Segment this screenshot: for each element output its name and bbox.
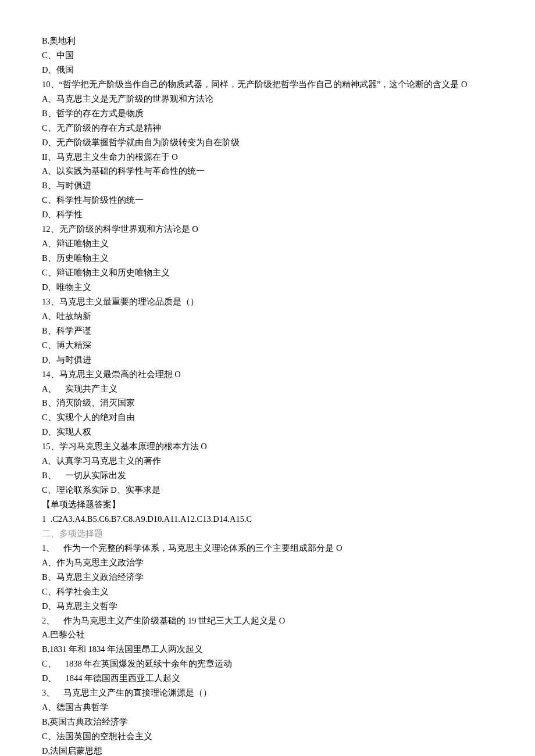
text-line: 二、多项选择题 (42, 526, 493, 541)
text-line: C、科学社会主义 (42, 585, 493, 599)
text-line: A、辩证唯物主义 (42, 237, 493, 251)
document-page: B.奥地利C、中国D、俄国10、“哲学把无产阶级当作自己的物质武器，同样，无产阶… (0, 0, 535, 756)
text-line: C、法国英国的空想社会主义 (42, 729, 493, 744)
text-line: B、哲学的存在方式是物质 (42, 106, 493, 121)
text-line: 1、 作为一个完整的科学体系，马克思主义理论体系的三个主要组成部分是 O (42, 541, 493, 556)
text-line: D、与时俱进 (42, 353, 493, 367)
text-line: A、马克思主义是无产阶级的世界观和方法论 (42, 92, 493, 106)
text-line: B,英国古典政治经济学 (42, 715, 493, 729)
text-line: II、马克思主义生命力的根源在于 O (42, 150, 493, 164)
text-line: D、俄国 (42, 63, 493, 77)
text-line: A、 实现共产主义 (42, 382, 493, 396)
text-line: C、无产阶级的存在方式是精神 (42, 121, 493, 135)
text-line: B、 一切从实际出发 (42, 468, 493, 483)
text-line: A、作为马克思主义政治学 (42, 556, 493, 570)
text-line: A、认真学习马克思主义的著作 (42, 454, 493, 468)
text-line: C、辩证唯物主义和历史唯物主义 (42, 266, 493, 280)
text-line: B、与时俱进 (42, 178, 493, 193)
text-line: 15、学习马克思主义基本原理的根本方法 O (42, 439, 493, 454)
text-line: B.奥地利 (42, 34, 493, 48)
text-line: 12、无产阶级的科学世界观和方法论是 O (42, 222, 493, 237)
text-line: A、德国古典哲学 (42, 700, 493, 715)
text-line: 3、 马克思主义产生的直接理论渊源是（） (42, 686, 493, 700)
text-line: 【单项选择题答案】 (42, 497, 493, 512)
text-line: C、科学性与阶级性的统一 (42, 193, 493, 207)
text-line: 2、 作为马克思主义产生阶级基础的 19 世纪三大工人起义是 O (42, 614, 493, 628)
text-line: B,1831 年和 1834 年法国里昂工人两次起义 (42, 642, 493, 657)
text-line: D、无产阶级掌握哲学就由自为阶级转变为自在阶级 (42, 135, 493, 150)
text-line: B、历史唯物主义 (42, 251, 493, 266)
text-line: A.巴黎公社 (42, 628, 493, 642)
text-line: A、吐故纳新 (42, 309, 493, 324)
text-line: D、唯物主义 (42, 280, 493, 295)
text-line: C、中国 (42, 48, 493, 63)
text-line: B、科学严谨 (42, 324, 493, 338)
text-line: B、消灭阶级、消灭国家 (42, 396, 493, 410)
text-line: 10、“哲学把无产阶级当作自己的物质武器，同样，无产阶级把哲学当作自己的精神武器… (42, 77, 493, 92)
text-line: C、实现个人的绝对自由 (42, 410, 493, 425)
text-line: D、科学性 (42, 207, 493, 222)
text-line: D、 1844 年德国西里西亚工人起义 (42, 671, 493, 686)
text-line: 13、马克思主义最重要的理论品质是（） (42, 295, 493, 309)
text-line: C、博大精深 (42, 338, 493, 353)
text-line: D、马克思主义哲学 (42, 599, 493, 614)
text-line: D,法国启蒙思想 (42, 744, 493, 756)
text-line: 14、马克思主义最崇高的社会理想 O (42, 367, 493, 382)
text-line: D、实现人权 (42, 425, 493, 439)
text-line: C、 1838 年在英国爆发的延续十余年的宪章运动 (42, 657, 493, 671)
text-line: B、马克思主义政治经济学 (42, 570, 493, 585)
text-line: A、以实践为基础的科学性与革命性的统一 (42, 164, 493, 178)
text-line: C、理论联系实际 D、实事求是 (42, 483, 493, 497)
text-line: 1 .C2A3.A4.B5.C6.B7.C8.A9.D10.A11.A12.C1… (42, 512, 493, 526)
